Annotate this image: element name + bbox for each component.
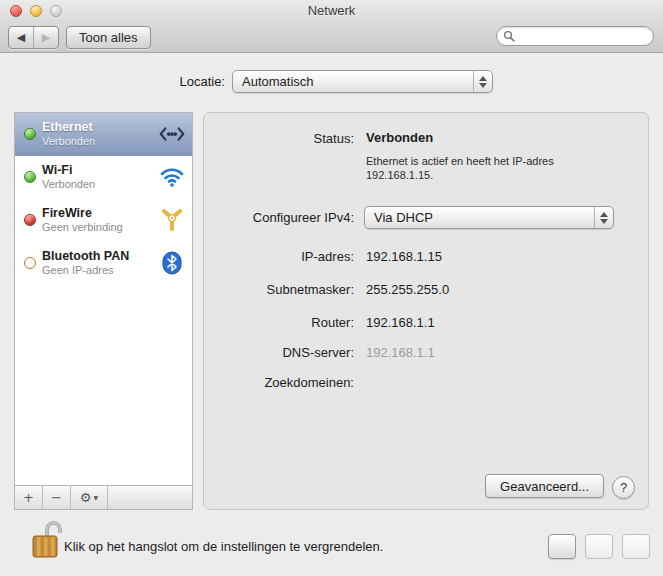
firewire-icon xyxy=(159,207,185,233)
ethernet-icon xyxy=(157,123,187,145)
field-value: 192.168.1.1 xyxy=(366,345,435,360)
footer-button[interactable] xyxy=(548,534,576,559)
status-dot xyxy=(24,214,36,226)
window-title: Netwerk xyxy=(0,3,663,18)
interface-sidebar: Ethernet Verbonden Wi-Fi Verbonden FireW… xyxy=(14,112,193,510)
footer-button xyxy=(622,534,650,559)
help-button[interactable]: ? xyxy=(612,476,635,499)
interface-status: Verbonden xyxy=(42,135,95,148)
field-value: 192.168.1.15 xyxy=(366,249,442,264)
location-popup-value: Automatisch xyxy=(233,74,473,89)
search-icon xyxy=(503,30,515,42)
configure-ipv4-popup[interactable]: Via DHCP xyxy=(364,206,614,229)
interface-name: Bluetooth PAN xyxy=(42,248,129,264)
popup-value: Via DHCP xyxy=(365,210,594,225)
interface-name: Wi-Fi xyxy=(42,162,95,178)
interface-status: Geen IP-adres xyxy=(42,264,129,277)
bluetooth-icon xyxy=(161,251,183,275)
footer-button xyxy=(585,534,613,559)
popup-arrows-icon xyxy=(594,207,613,228)
search-field[interactable] xyxy=(496,26,654,46)
field-label: Subnetmasker: xyxy=(204,282,354,297)
remove-interface-button[interactable]: − xyxy=(43,486,71,509)
sidebar-item[interactable]: Ethernet Verbonden xyxy=(15,113,192,156)
field-label: Router: xyxy=(204,315,354,330)
status-value: Verbonden xyxy=(366,130,433,145)
back-button[interactable]: ◀ xyxy=(9,27,33,48)
status-description: Ethernet is actief en heeft het IP-adres… xyxy=(366,154,616,182)
field-label: Zoekdomeinen: xyxy=(204,375,354,390)
field-label: Configureer IPv4: xyxy=(204,210,354,225)
footer-buttons xyxy=(548,534,650,559)
action-gear-button[interactable]: ⚙▼ xyxy=(71,486,108,509)
status-dot xyxy=(24,257,36,269)
wifi-icon xyxy=(159,166,185,188)
location-popup[interactable]: Automatisch xyxy=(232,70,493,93)
status-dot xyxy=(24,128,36,140)
forward-button: ▶ xyxy=(33,27,58,48)
add-interface-button[interactable]: + xyxy=(15,486,43,509)
interface-status: Verbonden xyxy=(42,178,95,191)
interface-status: Geen verbinding xyxy=(42,221,123,234)
padlock-open-icon xyxy=(30,520,64,562)
popup-arrows-icon xyxy=(473,71,492,92)
advanced-button[interactable]: Geavanceerd... xyxy=(485,474,604,498)
sidebar-footer: + − ⚙▼ xyxy=(15,485,192,509)
interface-detail-panel: Status: Verbonden Ethernet is actief en … xyxy=(203,112,649,510)
titlebar: Netwerk ◀ ▶ Toon alles xyxy=(0,0,663,53)
status-dot xyxy=(24,171,36,183)
show-all-button[interactable]: Toon alles xyxy=(66,26,151,49)
lock-instruction-text: Klik op het hangslot om de instellingen … xyxy=(64,539,383,554)
field-value: 192.168.1.1 xyxy=(366,315,435,330)
interface-list: Ethernet Verbonden Wi-Fi Verbonden FireW… xyxy=(15,113,192,486)
interface-name: Ethernet xyxy=(42,119,95,135)
interface-name: FireWire xyxy=(42,205,123,221)
lock-button[interactable] xyxy=(30,520,64,562)
field-label: IP-adres: xyxy=(204,249,354,264)
status-label: Status: xyxy=(204,131,354,146)
nav-segmented-control: ◀ ▶ xyxy=(8,26,59,49)
search-input[interactable] xyxy=(519,28,643,44)
sidebar-item[interactable]: Bluetooth PAN Geen IP-adres xyxy=(15,242,192,285)
sidebar-item[interactable]: FireWire Geen verbinding xyxy=(15,199,192,242)
gear-icon: ⚙ xyxy=(80,490,92,505)
field-value: 255.255.255.0 xyxy=(366,282,449,297)
field-label: DNS-server: xyxy=(204,345,354,360)
location-label: Locatie: xyxy=(120,74,225,89)
sidebar-item[interactable]: Wi-Fi Verbonden xyxy=(15,156,192,199)
